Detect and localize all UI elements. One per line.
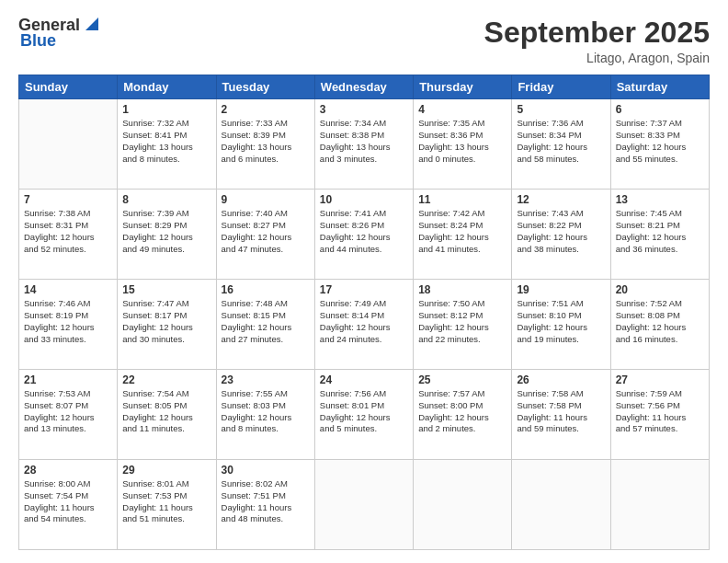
day-info: Sunrise: 8:00 AM Sunset: 7:54 PM Dayligh… <box>24 478 112 525</box>
day-info: Sunrise: 7:49 AM Sunset: 8:14 PM Dayligh… <box>320 298 408 345</box>
calendar-cell: 28Sunrise: 8:00 AM Sunset: 7:54 PM Dayli… <box>19 460 118 550</box>
day-number: 19 <box>517 283 605 296</box>
day-number: 17 <box>320 283 408 296</box>
calendar-cell <box>19 99 118 190</box>
day-number: 26 <box>517 373 605 386</box>
day-info: Sunrise: 7:54 AM Sunset: 8:05 PM Dayligh… <box>122 388 210 435</box>
header: General Blue September 2025 Litago, Arag… <box>18 17 710 65</box>
calendar-cell: 3Sunrise: 7:34 AM Sunset: 8:38 PM Daylig… <box>314 99 413 190</box>
day-info: Sunrise: 7:56 AM Sunset: 8:01 PM Dayligh… <box>320 388 408 435</box>
day-info: Sunrise: 7:35 AM Sunset: 8:36 PM Dayligh… <box>418 118 506 165</box>
day-number: 13 <box>616 193 704 206</box>
calendar-cell: 9Sunrise: 7:40 AM Sunset: 8:27 PM Daylig… <box>216 190 314 280</box>
day-info: Sunrise: 7:42 AM Sunset: 8:24 PM Dayligh… <box>418 208 506 255</box>
calendar-cell <box>512 460 610 550</box>
day-info: Sunrise: 7:40 AM Sunset: 8:27 PM Dayligh… <box>222 208 310 255</box>
day-number: 9 <box>222 193 310 206</box>
calendar-cell: 26Sunrise: 7:58 AM Sunset: 7:58 PM Dayli… <box>512 370 610 460</box>
calendar-cell: 15Sunrise: 7:47 AM Sunset: 8:17 PM Dayli… <box>118 280 216 370</box>
calendar-week-row: 1Sunrise: 7:32 AM Sunset: 8:41 PM Daylig… <box>19 99 710 190</box>
day-info: Sunrise: 7:41 AM Sunset: 8:26 PM Dayligh… <box>320 208 408 255</box>
day-info: Sunrise: 7:37 AM Sunset: 8:33 PM Dayligh… <box>616 118 704 165</box>
day-number: 20 <box>616 283 704 296</box>
logo-blue-text: Blue <box>20 31 56 51</box>
day-number: 27 <box>616 373 704 386</box>
day-number: 4 <box>418 103 506 116</box>
calendar-cell: 22Sunrise: 7:54 AM Sunset: 8:05 PM Dayli… <box>118 370 216 460</box>
day-number: 2 <box>222 103 310 116</box>
calendar-cell: 18Sunrise: 7:50 AM Sunset: 8:12 PM Dayli… <box>414 280 512 370</box>
day-number: 28 <box>24 464 112 477</box>
day-info: Sunrise: 7:53 AM Sunset: 8:07 PM Dayligh… <box>24 388 112 435</box>
day-info: Sunrise: 7:33 AM Sunset: 8:39 PM Dayligh… <box>222 118 310 165</box>
calendar-cell <box>314 460 413 550</box>
calendar-cell: 1Sunrise: 7:32 AM Sunset: 8:41 PM Daylig… <box>118 99 216 190</box>
day-number: 11 <box>418 193 506 206</box>
page: General Blue September 2025 Litago, Arag… <box>0 0 728 563</box>
day-number: 22 <box>122 373 210 386</box>
calendar-cell: 5Sunrise: 7:36 AM Sunset: 8:34 PM Daylig… <box>512 99 610 190</box>
title-block: September 2025 Litago, Aragon, Spain <box>484 17 710 65</box>
calendar-cell: 20Sunrise: 7:52 AM Sunset: 8:08 PM Dayli… <box>610 280 709 370</box>
weekday-header: Monday <box>118 75 216 99</box>
calendar-cell <box>414 460 512 550</box>
day-info: Sunrise: 7:36 AM Sunset: 8:34 PM Dayligh… <box>517 118 605 165</box>
day-number: 14 <box>24 283 112 296</box>
day-number: 30 <box>222 464 310 477</box>
calendar-cell: 4Sunrise: 7:35 AM Sunset: 8:36 PM Daylig… <box>414 99 512 190</box>
day-info: Sunrise: 8:01 AM Sunset: 7:53 PM Dayligh… <box>122 478 210 525</box>
day-info: Sunrise: 7:43 AM Sunset: 8:22 PM Dayligh… <box>517 208 605 255</box>
weekday-header: Wednesday <box>314 75 413 99</box>
calendar-cell: 17Sunrise: 7:49 AM Sunset: 8:14 PM Dayli… <box>314 280 413 370</box>
day-info: Sunrise: 7:46 AM Sunset: 8:19 PM Dayligh… <box>24 298 112 345</box>
day-number: 5 <box>517 103 605 116</box>
day-info: Sunrise: 7:34 AM Sunset: 8:38 PM Dayligh… <box>320 118 408 165</box>
day-info: Sunrise: 7:57 AM Sunset: 8:00 PM Dayligh… <box>418 388 506 435</box>
day-info: Sunrise: 7:48 AM Sunset: 8:15 PM Dayligh… <box>222 298 310 345</box>
calendar-cell: 24Sunrise: 7:56 AM Sunset: 8:01 PM Dayli… <box>314 370 413 460</box>
day-number: 16 <box>222 283 310 296</box>
calendar-week-row: 21Sunrise: 7:53 AM Sunset: 8:07 PM Dayli… <box>19 370 710 460</box>
day-info: Sunrise: 8:02 AM Sunset: 7:51 PM Dayligh… <box>222 478 310 525</box>
calendar-week-row: 7Sunrise: 7:38 AM Sunset: 8:31 PM Daylig… <box>19 190 710 280</box>
day-number: 12 <box>517 193 605 206</box>
weekday-header: Saturday <box>610 75 709 99</box>
day-number: 7 <box>24 193 112 206</box>
calendar-cell: 11Sunrise: 7:42 AM Sunset: 8:24 PM Dayli… <box>414 190 512 280</box>
day-info: Sunrise: 7:51 AM Sunset: 8:10 PM Dayligh… <box>517 298 605 345</box>
logo: General Blue <box>18 17 102 51</box>
day-number: 10 <box>320 193 408 206</box>
calendar-cell: 27Sunrise: 7:59 AM Sunset: 7:56 PM Dayli… <box>610 370 709 460</box>
day-info: Sunrise: 7:45 AM Sunset: 8:21 PM Dayligh… <box>616 208 704 255</box>
weekday-header: Thursday <box>414 75 512 99</box>
day-info: Sunrise: 7:52 AM Sunset: 8:08 PM Dayligh… <box>616 298 704 345</box>
calendar-cell: 10Sunrise: 7:41 AM Sunset: 8:26 PM Dayli… <box>314 190 413 280</box>
calendar-cell: 2Sunrise: 7:33 AM Sunset: 8:39 PM Daylig… <box>216 99 314 190</box>
calendar-cell: 13Sunrise: 7:45 AM Sunset: 8:21 PM Dayli… <box>610 190 709 280</box>
calendar-week-row: 28Sunrise: 8:00 AM Sunset: 7:54 PM Dayli… <box>19 460 710 550</box>
calendar-cell: 14Sunrise: 7:46 AM Sunset: 8:19 PM Dayli… <box>19 280 118 370</box>
calendar-cell: 7Sunrise: 7:38 AM Sunset: 8:31 PM Daylig… <box>19 190 118 280</box>
weekday-header: Tuesday <box>216 75 314 99</box>
calendar-cell: 8Sunrise: 7:39 AM Sunset: 8:29 PM Daylig… <box>118 190 216 280</box>
day-info: Sunrise: 7:55 AM Sunset: 8:03 PM Dayligh… <box>222 388 310 435</box>
calendar-cell: 19Sunrise: 7:51 AM Sunset: 8:10 PM Dayli… <box>512 280 610 370</box>
calendar-cell: 25Sunrise: 7:57 AM Sunset: 8:00 PM Dayli… <box>414 370 512 460</box>
calendar-week-row: 14Sunrise: 7:46 AM Sunset: 8:19 PM Dayli… <box>19 280 710 370</box>
calendar-cell: 29Sunrise: 8:01 AM Sunset: 7:53 PM Dayli… <box>118 460 216 550</box>
weekday-header: Sunday <box>19 75 118 99</box>
day-info: Sunrise: 7:32 AM Sunset: 8:41 PM Dayligh… <box>122 118 210 165</box>
day-number: 8 <box>122 193 210 206</box>
day-number: 29 <box>122 464 210 477</box>
month-title: September 2025 <box>484 17 710 49</box>
day-info: Sunrise: 7:38 AM Sunset: 8:31 PM Dayligh… <box>24 208 112 255</box>
calendar-cell: 23Sunrise: 7:55 AM Sunset: 8:03 PM Dayli… <box>216 370 314 460</box>
day-info: Sunrise: 7:50 AM Sunset: 8:12 PM Dayligh… <box>418 298 506 345</box>
day-number: 21 <box>24 373 112 386</box>
weekday-header: Friday <box>512 75 610 99</box>
logo-triangle-icon <box>82 14 102 34</box>
day-info: Sunrise: 7:47 AM Sunset: 8:17 PM Dayligh… <box>122 298 210 345</box>
location: Litago, Aragon, Spain <box>484 51 710 65</box>
day-number: 24 <box>320 373 408 386</box>
day-info: Sunrise: 7:59 AM Sunset: 7:56 PM Dayligh… <box>616 388 704 435</box>
